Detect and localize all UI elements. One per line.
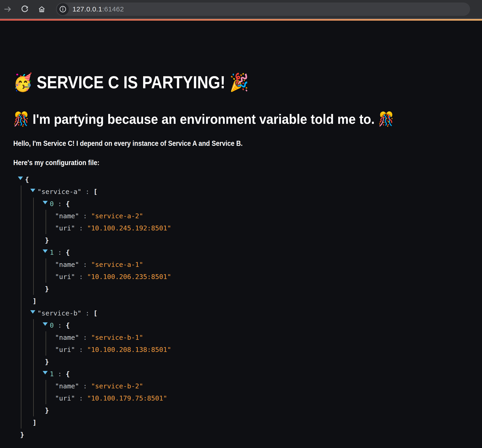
tree-caret-icon[interactable] — [30, 189, 35, 192]
tree-separator: : — [54, 321, 65, 329]
tree-separator: : — [54, 370, 65, 378]
page-subtitle-text: 🎊 I'm partying because an environment va… — [13, 111, 394, 127]
tree-children: "name" : "service-a-2""uri" : "10.100.24… — [46, 210, 469, 234]
page-content: 🥳 SERVICE C IS PARTYING! 🎉 🎊 I'm partyin… — [0, 72, 482, 441]
browser-toolbar: 127.0.0.1:61462 — [0, 0, 482, 19]
tree-open-bracket: [ — [93, 309, 97, 317]
reload-button[interactable] — [21, 5, 29, 13]
tree-caret-icon[interactable] — [43, 322, 48, 326]
tree-value: "10.100.206.235:8501" — [87, 273, 171, 281]
tree-line: "name" : "service-b-2" — [55, 380, 469, 392]
site-info-button[interactable] — [57, 3, 69, 15]
tree-value: "service-b-2" — [91, 382, 143, 390]
tree-separator: : — [75, 273, 87, 281]
url-text: 127.0.0.1:61462 — [72, 5, 124, 13]
page-subtitle: 🎊 I'm partying because an environment va… — [13, 111, 469, 127]
tree-line: 1 : { — [43, 246, 469, 258]
tree-line: "service-a" : [ — [30, 185, 469, 198]
tree-close-bracket: ] — [32, 419, 36, 426]
tree-key: "service-b" — [37, 309, 81, 317]
url-port: :61462 — [102, 5, 124, 13]
tree-key: "uri" — [55, 224, 75, 232]
intro-text: Hello, I'm Service C! I depend on every … — [13, 139, 469, 148]
tree-key: "name" — [55, 212, 79, 220]
tree-line: "uri" : "10.100.245.192:8501" — [55, 222, 469, 234]
home-icon — [38, 5, 46, 13]
tree-separator: : — [81, 188, 93, 196]
tree-separator: : — [75, 394, 87, 402]
tree-line: "service-b" : [ — [30, 307, 469, 319]
tree-close-bracket: ] — [32, 297, 36, 305]
tree-node: "uri" : "10.100.208.138:8501" — [55, 344, 469, 356]
tree-line: 0 : { — [43, 198, 469, 210]
tree-close-bracket: } — [45, 407, 49, 414]
tree-node: "service-b" : [0 : {"name" : "service-b-… — [30, 307, 469, 429]
tree-key: "uri" — [55, 346, 75, 353]
tree-caret-icon[interactable] — [43, 201, 48, 204]
tree-open-bracket: { — [66, 200, 70, 208]
tree-separator: : — [75, 346, 87, 353]
tree-line: } — [43, 356, 469, 368]
tree-node: 0 : {"name" : "service-a-2""uri" : "10.1… — [43, 198, 469, 246]
home-button[interactable] — [38, 5, 46, 13]
tree-close-bracket: } — [45, 358, 49, 366]
tree-value: "service-b-1" — [91, 334, 143, 341]
tree-key: "service-a" — [37, 188, 81, 196]
page-title: 🥳 SERVICE C IS PARTYING! 🎉 — [13, 72, 469, 92]
url-host: 127.0.0.1 — [72, 5, 102, 13]
tree-line: 1 : { — [43, 368, 469, 380]
tree-node: "uri" : "10.100.245.192:8501" — [55, 222, 469, 234]
tree-open-bracket: { — [66, 321, 70, 329]
tree-children: 0 : {"name" : "service-a-2""uri" : "10.1… — [33, 198, 469, 295]
tree-open-bracket: { — [66, 370, 70, 378]
tree-caret-icon[interactable] — [43, 371, 48, 374]
tree-open-bracket: { — [66, 248, 70, 256]
tree-node: "name" : "service-b-1" — [55, 331, 469, 344]
config-label: Here's my configuration file: — [13, 159, 469, 167]
reload-icon — [21, 5, 29, 13]
tree-line: "name" : "service-a-2" — [55, 210, 469, 222]
site-info-icon — [59, 6, 66, 13]
tree-line: ] — [30, 416, 469, 429]
tree-value: "service-a-1" — [91, 261, 143, 268]
tree-node: "uri" : "10.100.206.235:8501" — [55, 271, 469, 283]
tree-caret-icon[interactable] — [18, 176, 23, 180]
tree-line: "uri" : "10.100.206.235:8501" — [55, 271, 469, 283]
json-tree: {"service-a" : [0 : {"name" : "service-a… — [13, 173, 469, 441]
tree-separator: : — [75, 224, 87, 232]
tree-open-bracket: { — [25, 176, 29, 184]
tree-line: 0 : { — [43, 319, 469, 331]
tree-separator: : — [54, 200, 65, 208]
tree-children: "service-a" : [0 : {"name" : "service-a-… — [21, 185, 469, 429]
tree-value: "10.100.179.75:8501" — [87, 394, 167, 402]
tree-key: "name" — [55, 334, 79, 341]
address-bar[interactable]: 127.0.0.1:61462 — [56, 2, 470, 16]
tree-key: "name" — [55, 382, 79, 390]
tree-node: 1 : {"name" : "service-a-1""uri" : "10.1… — [43, 246, 469, 295]
tree-node: "name" : "service-a-2" — [55, 210, 469, 222]
tree-children: "name" : "service-b-1""uri" : "10.100.20… — [46, 331, 469, 356]
forward-button[interactable] — [4, 5, 12, 13]
tree-node: {"service-a" : [0 : {"name" : "service-a… — [18, 173, 469, 441]
tree-children: "name" : "service-a-1""uri" : "10.100.20… — [46, 258, 469, 283]
tree-separator: : — [79, 261, 91, 268]
accent-gradient-bar — [0, 19, 482, 21]
tree-value: "10.100.245.192:8501" — [87, 224, 171, 232]
tree-line: "name" : "service-a-1" — [55, 258, 469, 271]
tree-close-bracket: } — [20, 431, 24, 439]
tree-value: "10.100.208.138:8501" — [87, 346, 171, 353]
tree-caret-icon[interactable] — [43, 249, 48, 253]
tree-line: } — [43, 283, 469, 295]
tree-line: ] — [30, 295, 469, 307]
tree-open-bracket: [ — [93, 188, 97, 196]
tree-separator: : — [81, 309, 93, 317]
tree-caret-icon[interactable] — [30, 310, 35, 314]
tree-value: "service-a-2" — [91, 212, 143, 220]
tree-children: 0 : {"name" : "service-b-1""uri" : "10.1… — [33, 319, 469, 416]
tree-separator: : — [79, 212, 91, 220]
page-title-text: 🥳 SERVICE C IS PARTYING! 🎉 — [13, 72, 249, 92]
tree-key: "name" — [55, 261, 79, 268]
tree-node: 0 : {"name" : "service-b-1""uri" : "10.1… — [43, 319, 469, 368]
tree-separator: : — [79, 334, 91, 341]
tree-index: 1 — [50, 370, 54, 378]
